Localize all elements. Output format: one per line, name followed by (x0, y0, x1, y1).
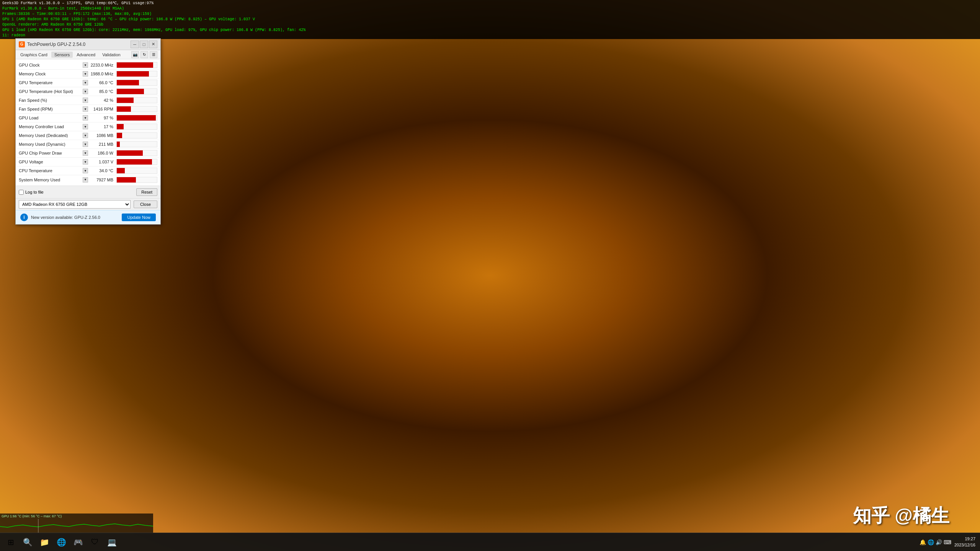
start-button[interactable]: ⊞ (3, 535, 18, 550)
sensor-bar-6 (117, 115, 156, 121)
sensor-dropdown-12[interactable]: ▼ (83, 168, 88, 173)
sensor-dropdown-11[interactable]: ▼ (83, 159, 88, 165)
menu-advanced[interactable]: Advanced (74, 52, 98, 58)
sensor-bar-9 (117, 142, 120, 147)
sensor-row: GPU Load ▼ 97 % (17, 114, 159, 122)
search-button[interactable]: 🔍 (20, 535, 35, 550)
sensor-name-4: Fan Speed (%) ▼ (17, 98, 88, 103)
furmark-line3: GPU 1 (AMD Radeon RX 6750 GRE 12Gb): tem… (2, 17, 978, 22)
sensor-dropdown-0[interactable]: ▼ (83, 62, 88, 68)
sensor-value-9: 211 MB (88, 142, 115, 147)
sensor-bar-11 (117, 159, 152, 165)
sensor-name-2: GPU Temperature ▼ (17, 80, 88, 85)
sensor-name-1: Memory Clock ▼ (17, 71, 88, 77)
sensor-value-2: 66.0 °C (88, 80, 115, 85)
sensor-bar-container-1 (116, 71, 157, 77)
sensor-dropdown-1[interactable]: ▼ (83, 71, 88, 77)
sensor-bar-3 (117, 89, 144, 94)
sensor-bar-container-8 (116, 132, 157, 139)
window-title: TechPowerUp GPU-Z 2.54.0 (27, 42, 131, 47)
watermark: 知乎 @橘生 (853, 504, 949, 528)
sensor-bar-4 (117, 98, 134, 103)
taskbar-app3[interactable]: 💻 (104, 535, 119, 550)
furmark-line1: FurMark v1.36.0.0 – Burn-in test, 2560x1… (2, 6, 978, 11)
device-bar: AMD Radeon RX 6750 GRE 12GB Close (16, 198, 160, 210)
close-window-button[interactable]: ✕ (149, 41, 157, 48)
sensor-dropdown-2[interactable]: ▼ (83, 80, 88, 85)
sensor-bar-container-7 (116, 124, 157, 130)
menu-toolbar-icons: 📷 ↻ ☰ (131, 51, 159, 58)
taskbar-app1[interactable]: 🎮 (70, 535, 86, 550)
title-bar-controls: ─ □ ✕ (131, 41, 157, 48)
sensor-dropdown-13[interactable]: ▼ (83, 177, 88, 183)
sensor-bar-2 (117, 80, 139, 85)
gpu-temp-graph: GPU 1:66 °C (min: 56 °C – max: 67 °C) (0, 514, 153, 533)
maximize-button[interactable]: □ (140, 41, 148, 48)
sensor-name-8: Memory Used (Dedicated) ▼ (17, 133, 88, 138)
sensor-name-10: GPU Chip Power Draw ▼ (17, 150, 88, 156)
sensor-name-3: GPU Temperature (Hot Spot) ▼ (17, 89, 88, 94)
file-explorer-button[interactable]: 📁 (37, 535, 52, 550)
sensor-dropdown-9[interactable]: ▼ (83, 142, 88, 147)
sensor-bar-container-4 (116, 97, 157, 103)
sensor-bar-container-2 (116, 80, 157, 86)
taskbar-icons-tray: 🔔 🌐 🔊 ⌨ (920, 539, 951, 545)
sensor-name-5: Fan Speed (RPM) ▼ (17, 106, 88, 112)
app-icon: G (19, 41, 25, 47)
clock-time: 19:27 (954, 536, 975, 542)
sensor-bar-container-10 (116, 150, 157, 156)
sensor-row: GPU Temperature ▼ 66.0 °C (17, 78, 159, 87)
sensor-bar-container-9 (116, 141, 157, 147)
menu-bar: Graphics Card Sensors Advanced Validatio… (16, 50, 160, 59)
settings-icon-btn[interactable]: ☰ (150, 51, 157, 58)
sensor-bar-8 (117, 133, 122, 138)
sensor-name-12: CPU Temperature ▼ (17, 168, 88, 173)
sensor-dropdown-10[interactable]: ▼ (83, 150, 88, 156)
browser-button[interactable]: 🌐 (54, 535, 69, 550)
sensor-dropdown-6[interactable]: ▼ (83, 115, 88, 121)
close-button[interactable]: Close (134, 201, 157, 208)
bottom-controls: Log to file Reset (16, 186, 160, 198)
furmark-line4: OpenGL renderer: AMD Radeon RX 6750 GRE … (2, 22, 978, 28)
taskbar-app2[interactable]: 🛡 (87, 535, 103, 550)
sensor-dropdown-3[interactable]: ▼ (83, 89, 88, 94)
reset-button[interactable]: Reset (136, 188, 157, 196)
sensor-name-11: GPU Voltage ▼ (17, 159, 88, 165)
menu-validation[interactable]: Validation (99, 52, 124, 58)
sensor-value-8: 1086 MB (88, 133, 115, 138)
sensor-bar-1 (117, 71, 149, 77)
log-checkbox-area: Log to file (19, 190, 44, 195)
sensor-value-7: 17 % (88, 124, 115, 129)
taskbar-clock[interactable]: 19:27 2023/12/16 (954, 536, 975, 548)
minimize-button[interactable]: ─ (131, 41, 139, 48)
taskbar-right: 🔔 🌐 🔊 ⌨ 19:27 2023/12/16 (915, 536, 980, 548)
sensor-bar-container-11 (116, 159, 157, 165)
sensor-value-3: 85.0 °C (88, 89, 115, 94)
log-to-file-checkbox[interactable] (19, 190, 24, 195)
menu-graphics-card[interactable]: Graphics Card (17, 52, 51, 58)
sensor-value-11: 1.037 V (88, 160, 115, 164)
sensor-row: System Memory Used ▼ 7927 MB (17, 175, 159, 184)
sensor-value-1: 1988.0 MHz (88, 72, 115, 76)
sensor-row: Memory Clock ▼ 1988.0 MHz (17, 70, 159, 78)
sensor-bar-container-13 (116, 177, 157, 183)
sensor-value-4: 42 % (88, 98, 115, 103)
menu-sensors[interactable]: Sensors (51, 52, 73, 58)
sensor-row: Memory Used (Dynamic) ▼ 211 MB (17, 140, 159, 149)
sensor-dropdown-8[interactable]: ▼ (83, 133, 88, 138)
gpu-graph-label: GPU 1:66 °C (min: 56 °C – max: 67 °C) (0, 514, 153, 519)
sensor-row: CPU Temperature ▼ 34.0 °C (17, 166, 159, 175)
sensor-dropdown-4[interactable]: ▼ (83, 98, 88, 103)
sensor-bar-container-3 (116, 88, 157, 95)
sensor-value-10: 186.0 W (88, 151, 115, 155)
camera-icon-btn[interactable]: 📷 (131, 51, 139, 58)
refresh-icon-btn[interactable]: ↻ (140, 51, 148, 58)
device-selector[interactable]: AMD Radeon RX 6750 GRE 12GB (19, 200, 131, 209)
update-message: New version available: GPU-Z 2.56.0 (31, 215, 119, 220)
sensor-name-6: GPU Load ▼ (17, 115, 88, 121)
furmark-line2: Frames:38336 – Time:00:03:11 – FPS:172 (… (2, 11, 978, 17)
sensor-dropdown-5[interactable]: ▼ (83, 106, 88, 112)
update-now-button[interactable]: Update Now (122, 214, 156, 221)
sensor-dropdown-7[interactable]: ▼ (83, 124, 88, 129)
sensor-bar-container-5 (116, 106, 157, 112)
